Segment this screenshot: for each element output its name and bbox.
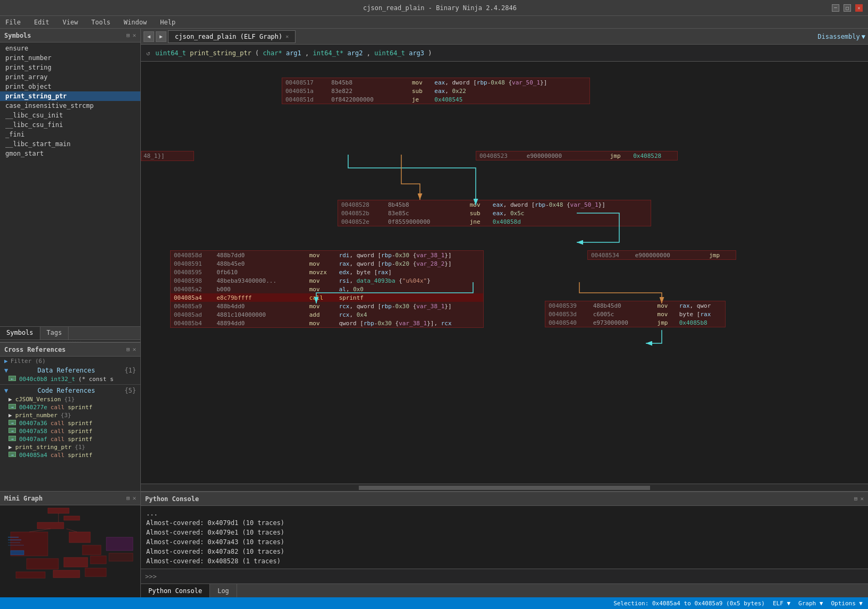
xref-4085a4-name: sprintf bbox=[68, 452, 92, 459]
symbol-item[interactable]: case_insensitive_strcmp bbox=[0, 101, 140, 111]
menu-file[interactable]: File bbox=[3, 18, 23, 27]
asm-row[interactable]: 004085a2 b000 mov al, 0x0 bbox=[171, 285, 483, 293]
maximize-button[interactable]: □ bbox=[844, 4, 851, 12]
asm-row[interactable]: 004085ad 4881c104000000 add rcx, 0x4 bbox=[171, 310, 483, 319]
asm-row[interactable]: 00408595 0fb610 movzx edx, byte [rax] bbox=[171, 268, 483, 276]
asm-addr: 00408517 bbox=[282, 78, 328, 87]
symbol-item[interactable]: gmon_start bbox=[0, 149, 140, 158]
xref-407a58[interactable]: → 00407a58 call sprintf bbox=[0, 427, 140, 435]
asm-row[interactable]: 004085b4 48894dd0 mov qword [rbp-0x30 {v… bbox=[171, 319, 483, 327]
asm-row[interactable]: 00408539 488b45d0 mov rax, qwor bbox=[545, 301, 725, 310]
graph-canvas[interactable]: 00408517 8b45b8 mov eax, dword [rbp-0x48… bbox=[141, 62, 868, 484]
asm-row[interactable]: 0040853d c6005c mov byte [rax bbox=[545, 310, 725, 318]
asm-block-partial[interactable]: 48_1}] bbox=[141, 151, 194, 161]
asm-row-selected[interactable]: 004085a4 e8c79bffff call sprintf bbox=[171, 293, 483, 302]
tab-log[interactable]: Log bbox=[210, 584, 237, 597]
asm-row[interactable]: 00408517 8b45b8 mov eax, dword [rbp-0x48… bbox=[282, 78, 589, 87]
asm-row[interactable]: 004085a9 488b4dd0 mov rcx, qword [rbp-0x… bbox=[171, 302, 483, 310]
minimize-button[interactable]: ─ bbox=[832, 4, 839, 12]
tab-symbols[interactable]: Symbols bbox=[0, 327, 40, 340]
asm-block-1[interactable]: 00408517 8b45b8 mov eax, dword [rbp-0x48… bbox=[282, 78, 590, 104]
func-sig-back-icon[interactable]: ↺ bbox=[146, 49, 150, 57]
asm-row[interactable]: 00408598 48beba93400000... mov rsi, data… bbox=[171, 276, 483, 285]
xref-print-number[interactable]: ▶ print_number {3} bbox=[0, 411, 140, 419]
asm-bytes: e8c79bffff bbox=[213, 293, 295, 302]
asm-mnem: mov bbox=[409, 78, 431, 87]
asm-block-4[interactable]: 0040858d 488b7dd0 mov rdi, qword [rbp-0x… bbox=[170, 250, 484, 328]
menu-window[interactable]: Window bbox=[121, 18, 149, 27]
asm-row[interactable]: 0040851d 0f8422000000 je 0x408545 bbox=[282, 95, 589, 104]
symbol-item[interactable]: __libc_start_main bbox=[0, 139, 140, 149]
xref-data-item[interactable]: ← 0040c0b8 int32_t (* const s bbox=[0, 375, 140, 383]
asm-row[interactable]: 00408591 488b45e0 mov rax, qword [rbp-0x… bbox=[171, 259, 483, 268]
bottom-section: Python Console ⊞ ✕ ...Almost-covered: 0x… bbox=[141, 491, 868, 597]
asm-row[interactable]: 00408534 e900000000 jmp bbox=[588, 251, 736, 259]
symbol-item[interactable]: print_number bbox=[0, 53, 140, 63]
asm-row[interactable]: 00408523 e900000000 jmp 0x408528 bbox=[476, 151, 677, 160]
xref-data-addr: 0040c0b8 bbox=[19, 376, 47, 383]
filter-arrow[interactable]: ▶ bbox=[4, 358, 8, 365]
close-button[interactable]: ✕ bbox=[855, 4, 863, 12]
horizontal-scrollbar[interactable] bbox=[141, 484, 868, 491]
xref-407a36[interactable]: → 00407a36 call sprintf bbox=[0, 419, 140, 427]
asm-addr: 00408595 bbox=[171, 268, 213, 276]
graph-arrows bbox=[141, 62, 868, 434]
func-signature: uint64_t print_string_ptr ( char* arg1 ,… bbox=[155, 49, 432, 57]
asm-row[interactable]: 48_1}] bbox=[141, 151, 193, 160]
asm-row[interactable]: 0040852b 83e85c sub eax, 0x5c bbox=[338, 209, 651, 217]
code-refs-header[interactable]: ▼ Code References {5} bbox=[0, 386, 140, 395]
h-scrollbar-thumb[interactable] bbox=[359, 486, 650, 490]
xref-pn-name: print_number bbox=[15, 412, 57, 419]
asm-row[interactable]: 00408528 8b45b8 mov eax, dword [rbp-0x48… bbox=[338, 200, 651, 209]
symbol-item[interactable]: _fini bbox=[0, 130, 140, 139]
console-input[interactable] bbox=[159, 573, 864, 580]
asm-block-2[interactable]: 00408523 e900000000 jmp 0x408528 bbox=[476, 151, 678, 160]
menu-help[interactable]: Help bbox=[157, 18, 178, 27]
xref-407aaf[interactable]: → 00407aaf call sprintf bbox=[0, 435, 140, 443]
tab-python-console[interactable]: Python Console bbox=[141, 584, 210, 597]
main-tab[interactable]: cjson_read_plain (ELF Graph) ✕ bbox=[168, 30, 296, 43]
xref-print-string-ptr[interactable]: ▶ print_string_ptr {1} bbox=[0, 443, 140, 451]
status-elf[interactable]: ELF ▼ bbox=[773, 600, 790, 607]
menu-edit[interactable]: Edit bbox=[31, 18, 52, 27]
xref-4085a4[interactable]: → 004085a4 call sprintf bbox=[0, 451, 140, 459]
asm-bytes: e900000000 bbox=[632, 251, 685, 259]
symbols-close-icon[interactable]: ✕ bbox=[132, 32, 136, 39]
bottom-tabs: Python Console Log bbox=[141, 583, 868, 597]
symbols-title: Symbols bbox=[4, 32, 31, 39]
asm-row[interactable]: 00408540 e973000000 jmp 0x4085b8 bbox=[545, 318, 725, 327]
mini-graph-close-icon[interactable]: ✕ bbox=[132, 495, 136, 502]
console-title: Python Console bbox=[145, 495, 199, 503]
tab-prev-button[interactable]: ◀ bbox=[144, 31, 154, 42]
asm-block-3[interactable]: 00408528 8b45b8 mov eax, dword [rbp-0x48… bbox=[338, 200, 651, 226]
symbol-item[interactable]: print_string bbox=[0, 63, 140, 72]
asm-row[interactable]: 0040851a 83e822 sub eax, 0x22 bbox=[282, 87, 589, 95]
xref-code-cjson[interactable]: ▶ cJSON_Version {1} bbox=[0, 395, 140, 403]
xref-close-icon[interactable]: ✕ bbox=[132, 346, 136, 353]
window-controls[interactable]: ─ □ ✕ bbox=[832, 4, 863, 12]
menu-view[interactable]: View bbox=[60, 18, 81, 27]
menu-tools[interactable]: Tools bbox=[89, 18, 113, 27]
data-refs-header[interactable]: ▼ Data References {1} bbox=[0, 366, 140, 375]
symbol-item[interactable]: print_array bbox=[0, 72, 140, 82]
status-graph[interactable]: Graph ▼ bbox=[798, 600, 823, 607]
asm-block-5[interactable]: 00408534 e900000000 jmp bbox=[587, 250, 736, 260]
console-close-icon[interactable]: ✕ bbox=[860, 495, 864, 502]
asm-addr: 00408523 bbox=[476, 151, 524, 160]
view-mode-label[interactable]: Disassembly ▼ bbox=[818, 33, 865, 40]
tab-next-button[interactable]: ▶ bbox=[156, 31, 166, 42]
symbol-item[interactable]: print_string_ptr bbox=[0, 91, 140, 101]
xref-code-0040277e[interactable]: → 0040277e call sprintf bbox=[0, 403, 140, 411]
symbol-item[interactable]: print_object bbox=[0, 82, 140, 91]
symbol-item[interactable]: __libc_csu_init bbox=[0, 111, 140, 120]
svg-rect-12 bbox=[53, 570, 80, 578]
symbol-item[interactable]: __libc_csu_fini bbox=[0, 120, 140, 130]
symbol-item[interactable]: ensure bbox=[0, 44, 140, 53]
tab-tags[interactable]: Tags bbox=[40, 327, 69, 340]
main-tab-close[interactable]: ✕ bbox=[285, 33, 289, 39]
asm-block-6[interactable]: 00408539 488b45d0 mov rax, qwor 0040853d… bbox=[545, 301, 726, 327]
mini-graph-canvas[interactable] bbox=[0, 505, 140, 597]
status-options[interactable]: Options ▼ bbox=[831, 600, 863, 607]
asm-row[interactable]: 0040858d 488b7dd0 mov rdi, qword [rbp-0x… bbox=[171, 251, 483, 259]
asm-row[interactable]: 0040852e 0f8559000000 jne 0x40858d bbox=[338, 217, 651, 226]
